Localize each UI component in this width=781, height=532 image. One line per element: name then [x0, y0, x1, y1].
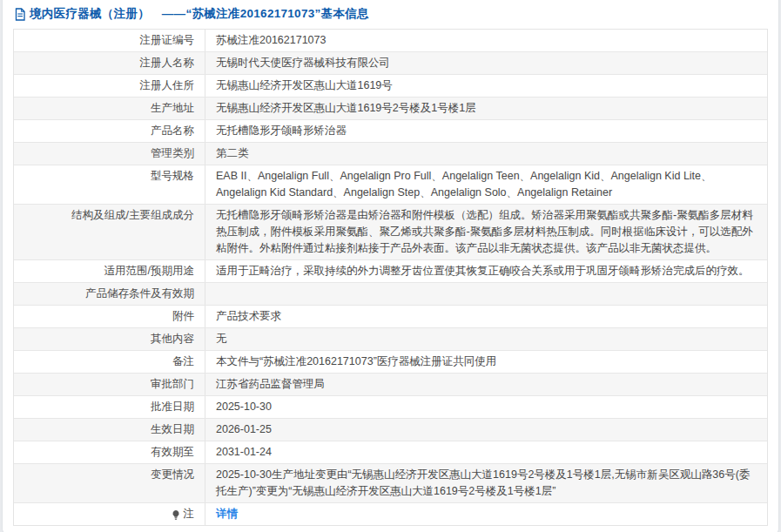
row-value: 2026-01-25 — [205, 419, 767, 441]
row-label: 审批部门 — [14, 374, 205, 395]
table-row-model-spec: 型号规格 EAB II、Angelalign Full、Angelalign P… — [14, 165, 767, 205]
row-value: 无锡惠山经济开发区惠山大道1619号 — [205, 75, 767, 97]
table-row-other-content: 其他内容 无 — [14, 328, 767, 351]
table-row-registrant-address: 注册人住所 无锡惠山经济开发区惠山大道1619号 — [14, 75, 767, 98]
page-title: 境内医疗器械（注册） ——“苏械注准20162171073”基本信息 — [30, 6, 369, 22]
row-value — [205, 283, 767, 305]
row-label: 生产地址 — [14, 98, 205, 119]
row-value: 苏械注准20162171073 — [205, 30, 767, 51]
row-value: 无托槽隐形牙颌畸形矫治器 — [205, 120, 767, 142]
row-label: 变更情况 — [14, 464, 205, 502]
row-value: 详情 — [205, 503, 767, 525]
row-label: 注 — [14, 503, 205, 525]
details-link[interactable]: 详情 — [216, 506, 238, 522]
table-row-change-history: 变更情况 2025-10-30生产地址变更由“无锡惠山经济开发区惠山大道1619… — [14, 464, 767, 503]
row-label: 注册人名称 — [14, 52, 205, 74]
row-label: 型号规格 — [14, 165, 205, 204]
table-row-management-category: 管理类别 第二类 — [14, 143, 767, 165]
row-value: 产品技术要求 — [205, 306, 767, 327]
row-value: 无锡惠山经济开发区惠山大道1619号2号楼及1号楼1层 — [205, 98, 767, 119]
row-value: 2025-10-30 — [205, 396, 767, 418]
row-label: 注册人住所 — [14, 75, 205, 97]
page-header: 境内医疗器械（注册） ——“苏械注准20162171073”基本信息 — [3, 0, 778, 27]
row-label: 管理类别 — [14, 143, 205, 165]
row-value: 2025-10-30生产地址变更由“无锡惠山经济开发区惠山大道1619号2号楼及… — [205, 464, 767, 502]
row-value: 第二类 — [205, 143, 767, 165]
row-value: 无托槽隐形牙颌畸形矫治器是由矫治器和附件模板（选配）组成。矫治器采用聚氨酯或共聚… — [205, 205, 767, 259]
registration-info-table: 注册证编号 苏械注准20162171073 注册人名称 无锡时代天使医疗器械科技… — [13, 29, 768, 526]
row-label: 备注 — [14, 351, 205, 373]
table-row-reg-number: 注册证编号 苏械注准20162171073 — [14, 30, 767, 52]
table-row-remarks: 备注 本文件与“苏械注准20162171073”医疗器械注册证共同使用 — [14, 351, 767, 374]
table-row-product-name: 产品名称 无托槽隐形牙颌畸形矫治器 — [14, 120, 767, 143]
content-card: 境内医疗器械（注册） ——“苏械注准20162171073”基本信息 注册证编号… — [2, 0, 779, 532]
row-value: 2031-01-24 — [205, 441, 767, 463]
row-label: 附件 — [14, 306, 205, 327]
table-row-registrant-name: 注册人名称 无锡时代天使医疗器械科技有限公司 — [14, 52, 767, 75]
row-label: 其他内容 — [14, 328, 205, 350]
row-label: 批准日期 — [14, 396, 205, 418]
table-row-approval-department: 审批部门 江苏省药品监督管理局 — [14, 374, 767, 396]
table-row-effective-date: 生效日期 2026-01-25 — [14, 419, 767, 441]
lightbulb-icon — [171, 509, 181, 521]
table-row-approval-date: 批准日期 2025-10-30 — [14, 396, 767, 419]
row-label-text: 注 — [184, 506, 195, 522]
row-value: 无 — [205, 328, 767, 350]
row-value: 适用于正畸治疗，采取持续的外力调整牙齿位置使其恢复正确咬合关系或用于巩固牙颌畸形… — [205, 260, 767, 282]
row-value: 本文件与“苏械注准20162171073”医疗器械注册证共同使用 — [205, 351, 767, 373]
row-label: 注册证编号 — [14, 30, 205, 51]
table-row-production-address: 生产地址 无锡惠山经济开发区惠山大道1619号2号楼及1号楼1层 — [14, 98, 767, 120]
row-label: 适用范围/预期用途 — [14, 260, 205, 282]
row-label: 产品名称 — [14, 120, 205, 142]
row-value: 无锡时代天使医疗器械科技有限公司 — [205, 52, 767, 74]
row-label: 生效日期 — [14, 419, 205, 441]
table-row-attachments: 附件 产品技术要求 — [14, 306, 767, 328]
table-row-note: 注 详情 — [14, 503, 767, 525]
row-value: 江苏省药品监督管理局 — [205, 374, 767, 395]
table-row-expiry-date: 有效期至 2031-01-24 — [14, 441, 767, 464]
row-value: EAB II、Angelalign Full、Angelalign Pro Fu… — [205, 165, 767, 204]
row-label: 有效期至 — [14, 441, 205, 463]
table-row-storage-conditions: 产品储存条件及有效期 — [14, 283, 767, 306]
table-row-composition: 结构及组成/主要组成成分 无托槽隐形牙颌畸形矫治器是由矫治器和附件模板（选配）组… — [14, 205, 767, 260]
row-label: 结构及组成/主要组成成分 — [14, 205, 205, 259]
row-label: 产品储存条件及有效期 — [14, 283, 205, 305]
document-icon — [14, 8, 26, 21]
table-row-intended-use: 适用范围/预期用途 适用于正畸治疗，采取持续的外力调整牙齿位置使其恢复正确咬合关… — [14, 260, 767, 283]
